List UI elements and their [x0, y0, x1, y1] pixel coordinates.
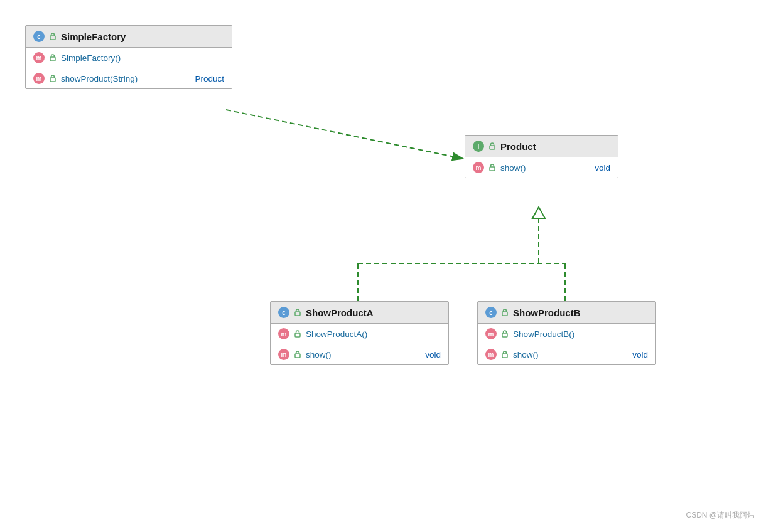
spb-lock-icon [500, 308, 509, 317]
spb-type-badge: c [485, 307, 497, 318]
product-show-label: show() [500, 163, 526, 173]
simple-factory-lock-icon [48, 32, 57, 41]
spb-method1-badge: m [485, 328, 497, 339]
spa-show-label: show() [306, 350, 332, 359]
spb-method2-lock-icon [500, 350, 509, 359]
spa-name-label: ShowProductA [306, 307, 374, 318]
product-name-label: Product [500, 141, 536, 152]
watermark: CSDN @请叫我阿炜 [686, 510, 755, 521]
method1-badge: m [33, 52, 45, 63]
svg-rect-11 [502, 333, 507, 337]
product-header: I Product [465, 136, 618, 157]
method2-badge: m [33, 73, 45, 84]
svg-rect-7 [295, 312, 300, 316]
show-product-a-class: c ShowProductA m ShowProductA() m show()… [270, 301, 449, 365]
spa-type-badge: c [278, 307, 289, 318]
dependency-arrow [226, 110, 463, 159]
show-product-b-class: c ShowProductB m ShowProductB() m show()… [477, 301, 656, 365]
spb-show-return: void [632, 350, 648, 359]
spa-method-1: m ShowProductA() [271, 324, 448, 344]
spb-method-2: m show() void [478, 344, 655, 364]
svg-rect-2 [50, 36, 55, 40]
simple-factory-class: c SimpleFactory m SimpleFactory() m show… [25, 25, 232, 89]
product-method-show: m show() void [465, 157, 618, 178]
product-type-badge: I [473, 141, 484, 152]
product-method-badge: m [473, 162, 484, 173]
method1-label: SimpleFactory() [61, 53, 121, 63]
product-method-lock-icon [488, 163, 497, 172]
spa-method1-lock-icon [293, 329, 302, 338]
diagram-container: c SimpleFactory m SimpleFactory() m show… [0, 0, 766, 532]
svg-rect-5 [490, 146, 495, 149]
svg-rect-10 [502, 312, 507, 316]
spa-lock-icon [293, 308, 302, 317]
svg-rect-3 [50, 57, 55, 61]
spa-method1-badge: m [278, 328, 289, 339]
spa-method-2: m show() void [271, 344, 448, 364]
simple-factory-header: c SimpleFactory [26, 26, 232, 48]
spb-method1-lock-icon [500, 329, 509, 338]
simple-factory-method-1: m SimpleFactory() [26, 48, 232, 68]
spb-constructor-label: ShowProductB() [513, 329, 574, 339]
method2-label: showProduct(String) [61, 74, 138, 83]
svg-rect-12 [502, 354, 507, 358]
svg-rect-9 [295, 354, 300, 358]
show-product-a-header: c ShowProductA [271, 302, 448, 324]
product-show-return: void [595, 163, 610, 173]
method1-lock-icon [48, 53, 57, 62]
spa-show-return: void [425, 350, 441, 359]
method2-return: Product [195, 74, 224, 83]
spb-method-1: m ShowProductB() [478, 324, 655, 344]
impl-arrowhead [532, 207, 545, 218]
simple-factory-type-badge: c [33, 31, 45, 42]
svg-rect-4 [50, 78, 55, 82]
spb-method2-badge: m [485, 349, 497, 360]
simple-factory-method-2: m showProduct(String) Product [26, 68, 232, 88]
simple-factory-name-label: SimpleFactory [61, 31, 126, 42]
spb-name-label: ShowProductB [513, 307, 581, 318]
spa-constructor-label: ShowProductA() [306, 329, 367, 339]
show-product-b-header: c ShowProductB [478, 302, 655, 324]
method2-lock-icon [48, 74, 57, 83]
spa-method2-badge: m [278, 349, 289, 360]
svg-rect-6 [490, 167, 495, 171]
spa-method2-lock-icon [293, 350, 302, 359]
spb-show-label: show() [513, 350, 539, 359]
product-lock-icon [488, 142, 497, 151]
svg-rect-8 [295, 333, 300, 337]
product-class: I Product m show() void [465, 135, 618, 178]
